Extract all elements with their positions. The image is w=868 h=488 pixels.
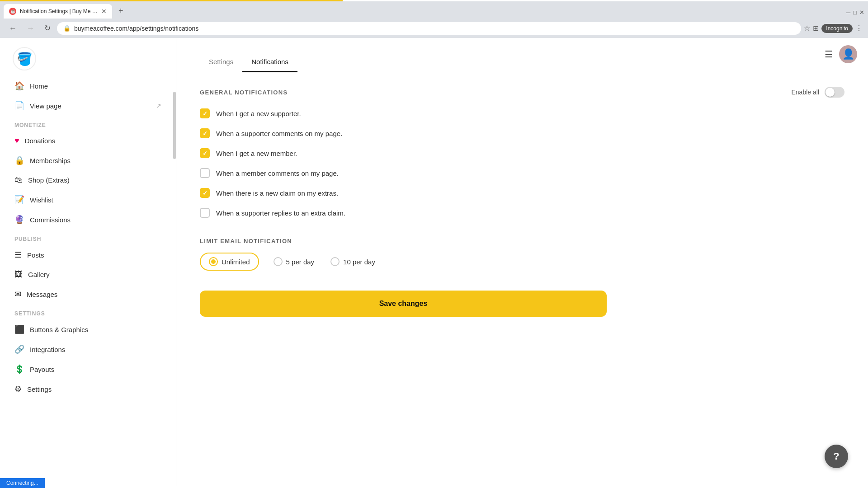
sidebar-scrollbar-thumb <box>173 92 176 159</box>
sidebar-item-payouts[interactable]: 💲 Payouts <box>7 359 169 379</box>
checkbox-member-comments[interactable] <box>200 168 210 178</box>
memberships-icon: 🔒 <box>14 155 24 165</box>
status-text: Connecting... <box>6 480 38 486</box>
tab-favicon: ☕ <box>9 8 16 15</box>
donations-icon: ♥ <box>14 136 19 145</box>
app-header: ☰ 👤 <box>825 45 857 63</box>
monetize-section-label: MONETIZE <box>7 116 169 131</box>
maximize-icon[interactable]: □ <box>853 9 857 16</box>
reload-button[interactable]: ↻ <box>41 21 54 35</box>
sidebar-item-integrations[interactable]: 🔗 Integrations <box>7 339 169 359</box>
browser-chrome: ☕ Notification Settings | Buy Me a... ✕ … <box>0 0 868 38</box>
gallery-icon: 🖼 <box>14 270 23 279</box>
posts-label: Posts <box>27 251 44 259</box>
minimize-icon[interactable]: ─ <box>846 9 850 16</box>
checkbox-new-claim[interactable]: ✓ <box>200 188 210 198</box>
checkbox-new-supporter[interactable]: ✓ <box>200 108 210 118</box>
radio-option-10-per-day[interactable]: 10 per day <box>329 253 377 270</box>
help-button[interactable]: ? <box>825 445 848 468</box>
tab-settings[interactable]: Settings <box>200 52 242 72</box>
browser-menu-icon[interactable]: ⊞ <box>813 24 819 33</box>
wishlist-icon: 📝 <box>14 195 24 205</box>
sidebar-item-shop-extras[interactable]: 🛍 Shop (Extras) <box>7 170 169 190</box>
sidebar-item-donations[interactable]: ♥ Donations <box>7 131 169 150</box>
sidebar-item-home[interactable]: 🏠 Home <box>7 76 169 96</box>
incognito-badge: Incognito <box>821 24 853 33</box>
notification-item-new-supporter: ✓ When I get a new supporter. <box>200 108 844 118</box>
sidebar-item-commissions[interactable]: 🔮 Commissions <box>7 210 169 230</box>
tabs: Settings Notifications <box>200 52 844 72</box>
commissions-label: Commissions <box>30 216 71 224</box>
sidebar-item-gallery[interactable]: 🖼 Gallery <box>7 265 169 284</box>
sidebar-item-memberships[interactable]: 🔒 Memberships <box>7 150 169 170</box>
check-icon: ✓ <box>203 190 208 197</box>
hamburger-menu-button[interactable]: ☰ <box>825 49 833 60</box>
settings-section-label: SETTINGS <box>7 304 169 319</box>
radio-option-5-per-day[interactable]: 5 per day <box>272 253 316 270</box>
settings-icon: ⚙ <box>14 384 22 394</box>
tab-title: Notification Settings | Buy Me a... <box>20 8 98 14</box>
user-avatar[interactable]: 👤 <box>839 45 857 63</box>
home-icon: 🏠 <box>14 81 24 91</box>
settings-label: Settings <box>27 385 52 393</box>
sidebar-scrollbar[interactable] <box>173 38 176 486</box>
payouts-label: Payouts <box>30 366 54 373</box>
active-tab[interactable]: ☕ Notification Settings | Buy Me a... ✕ <box>4 4 112 19</box>
email-limit-options: Unlimited 5 per day 10 per day <box>200 253 844 271</box>
check-icon: ✓ <box>203 130 208 137</box>
sidebar-item-settings[interactable]: ⚙ Settings <box>7 379 169 399</box>
tab-close-icon[interactable]: ✕ <box>101 8 107 15</box>
buttons-graphics-icon: ⬛ <box>14 324 24 334</box>
wishlist-label: Wishlist <box>30 196 53 204</box>
view-page-icon: 📄 <box>14 101 24 111</box>
toggle-thumb <box>826 88 835 97</box>
save-changes-button[interactable]: Save changes <box>200 291 607 317</box>
messages-label: Messages <box>27 291 57 298</box>
address-text[interactable]: buymeacoffee.com/app/settings/notificati… <box>74 25 795 32</box>
sidebar-item-buttons-graphics[interactable]: ⬛ Buttons & Graphics <box>7 319 169 339</box>
sidebar-item-messages[interactable]: ✉ Messages <box>7 284 169 304</box>
label-10-per-day: 10 per day <box>343 258 375 266</box>
label-unlimited: Unlimited <box>222 258 250 266</box>
limit-email-section: LIMIT EMAIL NOTIFICATION Unlimited 5 per… <box>200 238 844 271</box>
address-bar[interactable]: 🔒 buymeacoffee.com/app/settings/notifica… <box>57 22 801 35</box>
notification-item-member-comments: When a member comments on my page. <box>200 168 844 178</box>
notification-label-new-supporter: When I get a new supporter. <box>216 110 301 117</box>
notification-item-new-member: ✓ When I get a new member. <box>200 148 844 158</box>
notification-item-supporter-replies: When a supporter replies to an extra cla… <box>200 208 844 218</box>
app-body: 🪣 🏠 Home 📄 View page ↗ MONETIZE ♥ Donati… <box>0 38 868 486</box>
radio-unlimited[interactable] <box>209 257 218 266</box>
enable-all-toggle[interactable] <box>825 87 844 98</box>
limit-email-title: LIMIT EMAIL NOTIFICATION <box>200 238 844 244</box>
extensions-icon[interactable]: ⋮ <box>855 24 863 33</box>
external-link-icon: ↗ <box>156 102 161 109</box>
buttons-graphics-label: Buttons & Graphics <box>30 326 88 333</box>
notification-list: ✓ When I get a new supporter. ✓ When a s… <box>200 108 844 218</box>
notification-label-member-comments: When a member comments on my page. <box>216 169 339 177</box>
home-label: Home <box>30 82 48 90</box>
notification-label-supporter-comments: When a supporter comments on my page. <box>216 130 342 137</box>
checkbox-supporter-comments[interactable]: ✓ <box>200 128 210 138</box>
sidebar-item-view-page[interactable]: 📄 View page ↗ <box>7 96 169 116</box>
integrations-icon: 🔗 <box>14 344 24 354</box>
radio-10-per-day[interactable] <box>330 257 340 266</box>
posts-icon: ☰ <box>14 250 22 260</box>
back-button[interactable]: ← <box>5 22 20 35</box>
publish-section-label: PUBLISH <box>7 230 169 245</box>
new-tab-button[interactable]: + <box>114 5 128 18</box>
radio-option-unlimited[interactable]: Unlimited <box>200 253 259 271</box>
checkbox-supporter-replies[interactable] <box>200 208 210 218</box>
sidebar-item-wishlist[interactable]: 📝 Wishlist <box>7 190 169 210</box>
bookmark-icon[interactable]: ☆ <box>804 24 810 33</box>
messages-icon: ✉ <box>14 289 21 299</box>
close-icon[interactable]: ✕ <box>859 9 864 16</box>
tab-notifications[interactable]: Notifications <box>242 52 297 72</box>
shop-extras-icon: 🛍 <box>14 175 23 185</box>
sidebar-nav: 🏠 Home 📄 View page ↗ MONETIZE ♥ Donation… <box>0 76 176 399</box>
nav-bar: ← → ↻ 🔒 buymeacoffee.com/app/settings/no… <box>0 19 868 38</box>
donations-label: Donations <box>25 137 56 145</box>
checkbox-new-member[interactable]: ✓ <box>200 148 210 158</box>
sidebar-item-posts[interactable]: ☰ Posts <box>7 245 169 265</box>
shop-extras-label: Shop (Extras) <box>28 176 70 184</box>
radio-5-per-day[interactable] <box>274 257 283 266</box>
